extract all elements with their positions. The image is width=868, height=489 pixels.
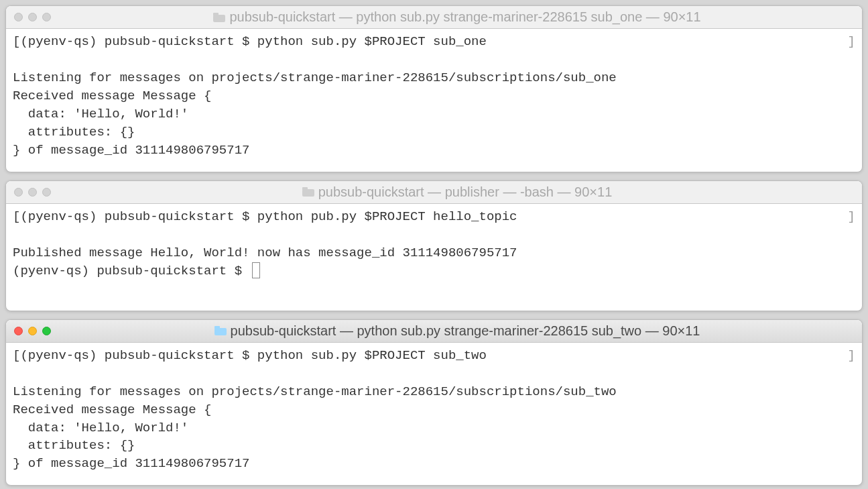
terminal-line: data: 'Hello, World!' — [13, 107, 188, 121]
terminal-window-sub-two[interactable]: pubsub-quickstart — python sub.py strang… — [5, 319, 863, 486]
window-title-text: pubsub-quickstart — python sub.py strang… — [229, 9, 700, 25]
bracket-right: ] — [848, 33, 855, 51]
terminal-line: data: 'Hello, World!' — [13, 421, 188, 435]
terminal-line: Listening for messages on projects/stran… — [13, 70, 617, 85]
window-title: pubsub-quickstart — python sub.py strang… — [60, 9, 854, 25]
terminal-line: Published message Hello, World! now has … — [13, 246, 517, 260]
terminal-line: Received message Message { — [13, 402, 211, 417]
bracket-right: ] — [848, 208, 855, 226]
zoom-icon[interactable] — [42, 327, 51, 335]
folder-icon — [302, 187, 314, 197]
cursor-icon — [252, 262, 260, 278]
terminal-window-sub-one[interactable]: pubsub-quickstart — python sub.py strang… — [5, 5, 863, 172]
terminal-line: attributes: {} — [13, 438, 135, 453]
terminal-line: (pyenv-qs) pubsub-quickstart $ — [13, 262, 855, 280]
close-icon[interactable] — [14, 188, 23, 197]
terminal-window-publisher[interactable]: pubsub-quickstart — publisher — -bash — … — [5, 180, 863, 311]
folder-icon — [214, 326, 227, 335]
zoom-icon[interactable] — [42, 188, 51, 197]
zoom-icon[interactable] — [42, 13, 51, 21]
minimize-icon[interactable] — [28, 188, 37, 197]
traffic-lights[interactable] — [14, 188, 51, 197]
terminal-body[interactable]: [(pyenv-qs) pubsub-quickstart $ python s… — [6, 29, 862, 172]
terminal-line: } of message_id 311149806795717 — [13, 456, 249, 471]
terminal-line: [(pyenv-qs) pubsub-quickstart $ python s… — [13, 33, 855, 51]
titlebar[interactable]: pubsub-quickstart — python sub.py strang… — [6, 320, 862, 343]
terminal-body[interactable]: [(pyenv-qs) pubsub-quickstart $ python p… — [6, 204, 862, 311]
prompt-line: [(pyenv-qs) pubsub-quickstart $ python p… — [13, 208, 517, 226]
terminal-body[interactable]: [(pyenv-qs) pubsub-quickstart $ python s… — [6, 343, 862, 486]
window-title: pubsub-quickstart — publisher — -bash — … — [60, 184, 854, 200]
titlebar[interactable]: pubsub-quickstart — python sub.py strang… — [6, 6, 862, 29]
traffic-lights[interactable] — [14, 327, 51, 335]
window-title: pubsub-quickstart — python sub.py strang… — [60, 323, 854, 339]
terminal-line: attributes: {} — [13, 125, 135, 140]
bracket-right: ] — [848, 347, 855, 365]
prompt-line: [(pyenv-qs) pubsub-quickstart $ python s… — [13, 33, 487, 51]
prompt-line: [(pyenv-qs) pubsub-quickstart $ python s… — [13, 347, 487, 365]
window-title-text: pubsub-quickstart — publisher — -bash — … — [318, 184, 613, 200]
window-title-text: pubsub-quickstart — python sub.py strang… — [231, 323, 700, 339]
folder-icon — [213, 13, 225, 22]
minimize-icon[interactable] — [28, 13, 37, 21]
close-icon[interactable] — [14, 327, 23, 335]
prompt-text: (pyenv-qs) pubsub-quickstart $ — [13, 264, 249, 278]
close-icon[interactable] — [14, 13, 23, 21]
traffic-lights[interactable] — [14, 13, 51, 21]
terminal-line: } of message_id 311149806795717 — [13, 143, 249, 158]
terminal-line: [(pyenv-qs) pubsub-quickstart $ python p… — [13, 208, 855, 226]
minimize-icon[interactable] — [28, 327, 37, 335]
terminal-line: Listening for messages on projects/stran… — [13, 384, 617, 399]
terminal-line: [(pyenv-qs) pubsub-quickstart $ python s… — [13, 347, 855, 365]
terminal-line: Received message Message { — [13, 89, 211, 103]
titlebar[interactable]: pubsub-quickstart — publisher — -bash — … — [6, 181, 862, 204]
